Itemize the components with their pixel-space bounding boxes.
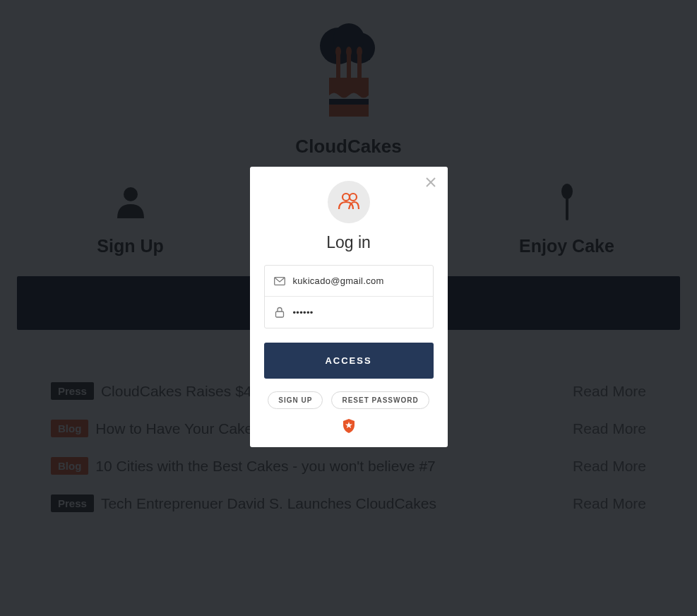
modal-title: Log in bbox=[326, 233, 371, 252]
svg-rect-20 bbox=[275, 312, 283, 317]
reset-password-button[interactable]: RESET PASSWORD bbox=[331, 391, 429, 409]
svg-point-18 bbox=[350, 194, 357, 201]
lock-icon bbox=[273, 307, 286, 318]
password-field-row bbox=[265, 296, 433, 328]
close-icon[interactable] bbox=[425, 177, 436, 191]
password-input[interactable] bbox=[293, 307, 424, 318]
shield-icon bbox=[342, 419, 355, 436]
users-icon bbox=[338, 191, 360, 213]
signup-button[interactable]: SIGN UP bbox=[268, 391, 323, 409]
secondary-actions: SIGN UP RESET PASSWORD bbox=[268, 391, 429, 409]
email-field-row bbox=[265, 266, 433, 296]
field-group bbox=[264, 265, 434, 328]
access-button[interactable]: ACCESS bbox=[264, 343, 434, 379]
login-modal: Log in bbox=[250, 167, 448, 447]
mail-icon bbox=[273, 277, 286, 285]
email-input[interactable] bbox=[293, 276, 424, 286]
modal-overlay[interactable]: Log in bbox=[0, 0, 697, 616]
svg-point-17 bbox=[342, 194, 350, 201]
avatar-circle bbox=[328, 181, 370, 223]
